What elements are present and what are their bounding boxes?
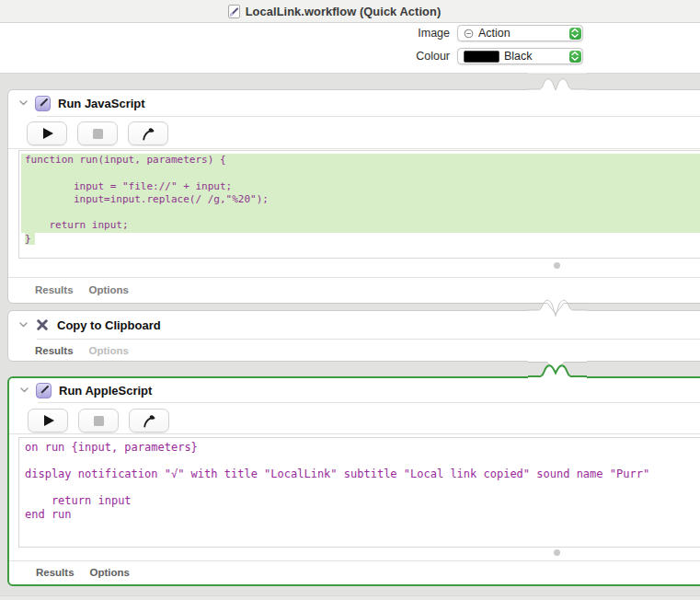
workspace-bottom-strip: [0, 595, 700, 600]
dropdown-stepper-icon: [569, 28, 581, 40]
connector-notch: [528, 355, 587, 381]
options-toggle[interactable]: Options: [89, 284, 129, 295]
action-header: Copy to Clipboard: [8, 311, 700, 339]
window-title: LocalLink.workflow (Quick Action): [246, 5, 442, 18]
workflow-document-icon: [228, 5, 240, 18]
colour-swatch: [464, 51, 499, 63]
hammer-icon: [142, 413, 156, 428]
header-divider: [38, 402, 700, 403]
hammer-icon: [141, 126, 155, 141]
play-icon: [43, 128, 53, 139]
colour-dropdown[interactable]: Black: [457, 48, 583, 64]
stop-button[interactable]: [77, 121, 118, 145]
applescript-code-editor[interactable]: on run {input, parameters} display notif…: [18, 437, 700, 548]
action-run-applescript: Run AppleScript on run {input, parameter…: [7, 376, 700, 586]
compile-button[interactable]: [129, 409, 169, 433]
connector-notch: [528, 296, 587, 318]
action-header: Run JavaScript: [8, 90, 700, 116]
action-footer: Results Options: [8, 278, 700, 295]
image-dropdown[interactable]: Action: [457, 25, 583, 41]
compile-button[interactable]: [128, 121, 168, 145]
quick-action-settings: Image Action Colour Black: [0, 23, 700, 74]
run-button[interactable]: [28, 409, 68, 433]
run-script-icon: [36, 383, 52, 398]
resize-handle[interactable]: [554, 549, 560, 556]
action-footer: Results Options: [8, 340, 700, 356]
colour-dropdown-value: Black: [504, 50, 533, 63]
image-dropdown-value: Action: [478, 27, 511, 40]
stop-icon: [93, 129, 103, 139]
chevron-down-icon[interactable]: [19, 322, 28, 328]
action-title: Run AppleScript: [59, 384, 152, 398]
javascript-code-editor[interactable]: function run(input, parameters) { input …: [18, 150, 700, 259]
utilities-x-icon: [35, 317, 50, 332]
results-toggle[interactable]: Results: [35, 284, 74, 295]
options-toggle: Options: [89, 345, 129, 356]
action-run-javascript: Run JavaScript function run(input, param…: [7, 89, 700, 304]
options-toggle[interactable]: Options: [90, 567, 130, 578]
chevron-down-icon[interactable]: [19, 100, 28, 106]
action-title: Run JavaScript: [58, 97, 145, 110]
action-footer: Results Options: [9, 561, 700, 578]
play-icon: [44, 415, 54, 426]
run-script-icon: [35, 96, 51, 111]
connector-notch: [528, 72, 587, 94]
stop-icon: [94, 416, 104, 426]
results-toggle[interactable]: Results: [36, 567, 75, 578]
header-divider: [37, 116, 700, 117]
dropdown-stepper-icon: [569, 51, 581, 63]
automator-window: LocalLink.workflow (Quick Action) Image …: [0, 0, 700, 600]
colour-label: Colour: [0, 48, 450, 64]
run-button[interactable]: [27, 121, 67, 145]
action-title: Copy to Clipboard: [57, 318, 161, 332]
toolbar-divider: [9, 433, 700, 434]
action-toolbar: [28, 409, 169, 433]
chevron-down-icon[interactable]: [20, 387, 29, 393]
results-toggle[interactable]: Results: [35, 345, 74, 356]
action-header: Run AppleScript: [9, 378, 700, 402]
image-label: Image: [0, 25, 450, 41]
window-titlebar: LocalLink.workflow (Quick Action): [0, 0, 700, 23]
action-toolbar: [27, 121, 168, 145]
action-copy-to-clipboard: Copy to Clipboard Results Options: [7, 310, 700, 362]
toolbar-divider: [8, 148, 700, 149]
stop-button[interactable]: [78, 409, 119, 433]
action-template-icon: [464, 29, 474, 39]
resize-handle[interactable]: [554, 262, 560, 269]
